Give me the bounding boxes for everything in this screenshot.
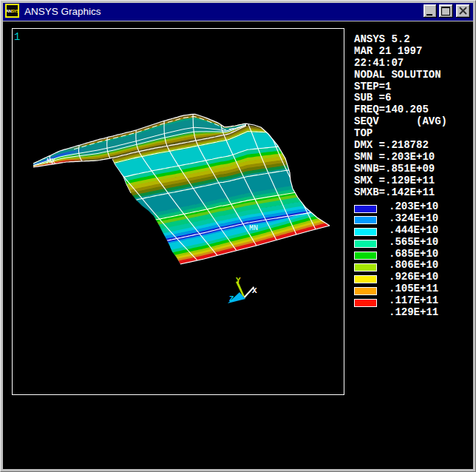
svg-text:Y: Y bbox=[236, 276, 241, 285]
svg-text:Z: Z bbox=[229, 294, 234, 303]
svg-text:MX: MX bbox=[47, 158, 55, 166]
svg-text:MN: MN bbox=[249, 224, 258, 232]
svg-text:X: X bbox=[252, 286, 257, 295]
